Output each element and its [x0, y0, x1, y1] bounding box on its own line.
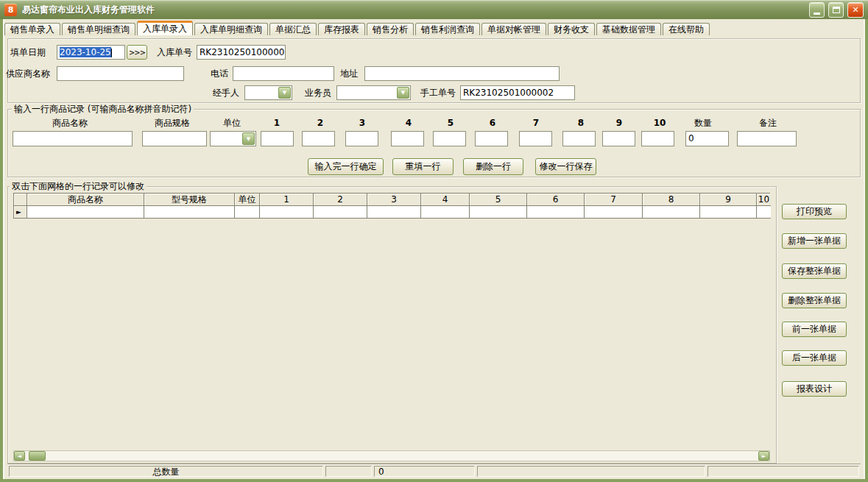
grid-header-9: 9: [700, 194, 757, 206]
delete-document-button[interactable]: 删除整张单据: [782, 293, 847, 308]
col8-input[interactable]: [562, 131, 596, 146]
col5-input[interactable]: [433, 131, 466, 146]
col7-input[interactable]: [519, 131, 552, 146]
grid-cell[interactable]: [421, 206, 470, 219]
tab-sales-analysis[interactable]: 销售分析: [367, 23, 414, 35]
next-document-button[interactable]: 后一张单据: [782, 350, 847, 366]
refill-row-button[interactable]: 重填一行: [392, 158, 454, 175]
product-spec-column-label: 商品规格: [155, 118, 190, 128]
grid-group-panel: [7, 186, 777, 464]
col2-input[interactable]: [302, 131, 335, 146]
grid-cell[interactable]: [757, 206, 771, 219]
horizontal-scrollbar[interactable]: ◄ ►: [13, 450, 770, 461]
grid-cell[interactable]: [260, 206, 314, 219]
tab-document-reconcile[interactable]: 单据对帐管理: [481, 23, 546, 35]
grid-header-10: 10: [757, 194, 771, 206]
handler-select[interactable]: ▼: [244, 85, 292, 100]
grid-cell[interactable]: [470, 206, 527, 219]
new-document-button[interactable]: 新增一张单据: [782, 233, 847, 249]
prev-document-button[interactable]: 前一张单据: [782, 322, 847, 337]
status-total-value: 0: [374, 466, 475, 477]
grid-data-row[interactable]: ►: [14, 206, 769, 219]
supplier-input[interactable]: [57, 66, 184, 81]
chevron-down-icon[interactable]: ▼: [242, 132, 255, 145]
tab-stock-in-detail-query[interactable]: 入库单明细查询: [194, 23, 268, 35]
tab-finance-income-expense[interactable]: 财务收支: [548, 23, 595, 35]
quantity-input[interactable]: 0: [685, 131, 729, 146]
manual-no-input[interactable]: RK23102501000002: [460, 85, 575, 100]
address-label: 地址: [340, 66, 358, 81]
close-button[interactable]: ✕: [847, 2, 864, 18]
date-input[interactable]: 2023-10-25: [57, 45, 125, 60]
col3-label: 3: [359, 118, 365, 128]
address-input[interactable]: [364, 66, 560, 81]
modify-row-save-button[interactable]: 修改一行保存: [535, 158, 596, 175]
stockin-no-label: 入库单号: [157, 45, 192, 60]
maximize-button[interactable]: [828, 2, 844, 18]
grid-cell[interactable]: [367, 206, 421, 219]
status-total-label: 总数量: [9, 466, 323, 477]
phone-label: 电话: [211, 66, 228, 81]
product-name-column-label: 商品名称: [52, 118, 88, 128]
col4-label: 4: [406, 118, 412, 128]
product-spec-input[interactable]: [142, 131, 207, 146]
grid-cell[interactable]: [643, 206, 700, 219]
grid-cell[interactable]: [27, 206, 144, 219]
date-picker-button[interactable]: >>>: [127, 45, 147, 60]
col7-label: 7: [533, 118, 539, 128]
grid-header-4: 4: [421, 194, 470, 206]
report-design-button[interactable]: 报表设计: [782, 381, 847, 397]
grid-cell[interactable]: [235, 206, 260, 219]
grid-cell[interactable]: [144, 206, 235, 219]
tab-sales-profit-query[interactable]: 销售利润查询: [415, 23, 480, 35]
grid-cell[interactable]: [314, 206, 367, 219]
delete-row-button[interactable]: 删除一行: [463, 158, 523, 175]
grid-header-6: 6: [527, 194, 585, 206]
col4-input[interactable]: [391, 131, 424, 146]
confirm-row-button[interactable]: 输入完一行确定: [308, 158, 384, 175]
tab-inventory-report[interactable]: 库存报表: [318, 23, 365, 35]
col1-input[interactable]: [261, 131, 294, 146]
grid-cell[interactable]: [527, 206, 585, 219]
grid-header-8: 8: [643, 194, 700, 206]
remark-input[interactable]: [737, 131, 797, 146]
tab-online-help[interactable]: 在线帮助: [663, 23, 710, 35]
status-panel: [325, 466, 372, 477]
grid-cell[interactable]: [700, 206, 757, 219]
col10-input[interactable]: [641, 131, 674, 146]
chevron-down-icon[interactable]: ▼: [397, 87, 409, 99]
minimize-button[interactable]: [809, 2, 825, 18]
chevron-down-icon[interactable]: ▼: [278, 87, 291, 99]
col9-input[interactable]: [602, 131, 635, 146]
window-title: 易达窗帘布业出入库财务管理软件: [22, 4, 809, 16]
maximize-icon: [833, 7, 840, 13]
col6-input[interactable]: [475, 131, 508, 146]
tab-sales-order-detail-query[interactable]: 销售单明细查询: [62, 23, 135, 35]
unit-column-label: 单位: [223, 118, 241, 128]
product-grid: 商品名称 型号规格 单位 1 2 3 4 5 6 7 8 9 10 ►: [13, 193, 770, 219]
scrollbar-thumb[interactable]: [29, 451, 46, 461]
status-panel: [708, 466, 859, 477]
tab-stock-in-entry[interactable]: 入库单录入: [137, 21, 193, 35]
date-label: 填单日期: [10, 45, 46, 60]
entry-group-title: 输入一行商品记录 (可输商品名称拼音助记符): [12, 104, 194, 114]
tab-sales-order-entry[interactable]: 销售单录入: [4, 23, 60, 35]
app-icon: 8: [4, 4, 17, 16]
tab-base-data-manage[interactable]: 基础数据管理: [596, 23, 661, 35]
stockin-no-input[interactable]: RK23102501000002: [197, 45, 286, 60]
tab-document-summary[interactable]: 单据汇总: [269, 23, 317, 35]
phone-input[interactable]: [233, 66, 334, 81]
scroll-right-icon[interactable]: ►: [758, 451, 769, 461]
col3-input[interactable]: [345, 131, 378, 146]
print-preview-button[interactable]: 打印预览: [782, 204, 847, 219]
col5-label: 5: [448, 118, 454, 128]
salesman-select[interactable]: ▼: [336, 85, 411, 100]
unit-select[interactable]: ▼: [210, 131, 256, 146]
product-name-input[interactable]: [13, 131, 133, 146]
main-content: 销售单录入 销售单明细查询 入库单录入 入库单明细查询 单据汇总 库存报表 销售…: [3, 19, 865, 479]
scroll-left-icon[interactable]: ◄: [14, 451, 25, 461]
grid-header-5: 5: [470, 194, 527, 206]
save-document-button[interactable]: 保存整张单据: [782, 263, 847, 279]
app-window: 8 易达窗帘布业出入库财务管理软件 ✕ 销售单录入 销售单明细查询 入库单录入 …: [0, 0, 868, 482]
grid-cell[interactable]: [585, 206, 643, 219]
